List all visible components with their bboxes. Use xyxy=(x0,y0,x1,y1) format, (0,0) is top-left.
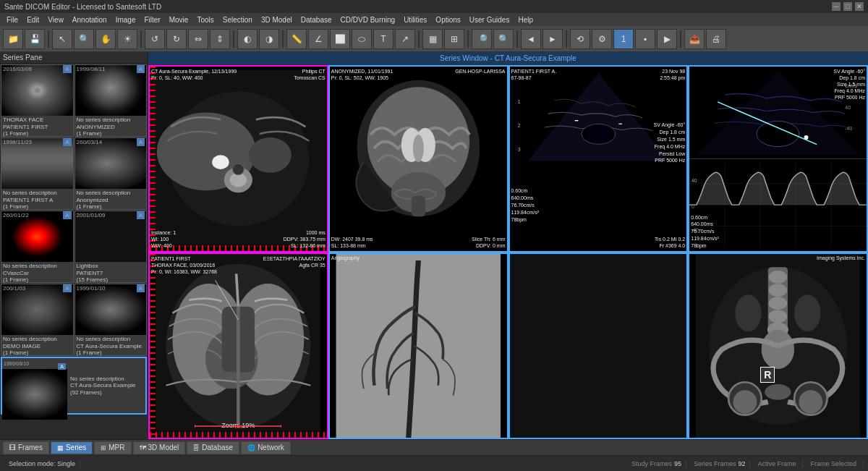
angle-button[interactable]: ∠ xyxy=(308,29,328,49)
settings-button[interactable]: ⚙ xyxy=(592,29,612,49)
network-icon: 🌐 xyxy=(247,444,255,451)
image-cell-brain-mri[interactable]: ANONYMIZED, 11/01/1991Pr: 0, SL: 502, WW… xyxy=(328,65,509,253)
layout-1x1-button[interactable]: 1 xyxy=(613,29,634,49)
rotate-right-button[interactable]: ↻ xyxy=(166,29,187,49)
image-cell-patient-info[interactable]: 1 2 3 PATIENT1 FIRST A.67-98-87 xyxy=(509,65,689,253)
image-cell-pelvis[interactable]: Imaging Systems Inc. R xyxy=(688,253,868,440)
menu-annotation[interactable]: Annotation xyxy=(69,15,111,25)
series-date-6: 200/1/03 xyxy=(3,285,25,292)
series-item-0[interactable]: 2016/03/09 A THORAX FACE PATIENT1 FIRST … xyxy=(1,64,74,137)
menu-movie[interactable]: Movie xyxy=(166,15,192,25)
series-info-0: THORAX FACE PATIENT1 FIRST (1 Frame) xyxy=(1,116,73,138)
rotate-left-button[interactable]: ↺ xyxy=(145,29,165,49)
layout-2x2-button[interactable]: ▪ xyxy=(635,29,655,49)
series-frames-val: 92 xyxy=(738,460,745,467)
svg-point-72 xyxy=(733,390,757,414)
svg-point-67 xyxy=(769,310,787,323)
close-button[interactable]: ✕ xyxy=(855,2,864,11)
open-button[interactable]: 📁 xyxy=(3,29,23,49)
series-item-8[interactable]: 1999/08/10 A No series description CT Au… xyxy=(1,357,147,415)
minimize-button[interactable]: ─ xyxy=(832,2,841,11)
navigation-back-button[interactable]: ◄ xyxy=(521,29,541,49)
maximize-button[interactable]: □ xyxy=(843,2,852,11)
series-index-7: A xyxy=(137,285,145,292)
toolbar-sep-5 xyxy=(418,30,420,48)
series-item-4[interactable]: 260/01/22 A xyxy=(1,211,74,283)
cursor-button[interactable]: ↖ xyxy=(52,29,72,49)
tab-frames[interactable]: 🎞 Frames xyxy=(3,441,49,454)
contrast-button[interactable]: ◑ xyxy=(259,29,279,49)
text-button[interactable]: T xyxy=(373,29,393,49)
tab-database-label: Database xyxy=(202,444,233,451)
menu-help[interactable]: Help xyxy=(514,15,537,25)
image-cell-angiography[interactable]: Angiography xyxy=(328,253,509,440)
svg-point-66 xyxy=(769,297,787,310)
navigation-forward-button[interactable]: ► xyxy=(542,29,563,49)
frame-selected-label: Frame Selected xyxy=(810,460,856,467)
window-level-button[interactable]: ☀ xyxy=(117,29,137,49)
arrow-button[interactable]: ↗ xyxy=(395,29,415,49)
toolbar-sep-8 xyxy=(566,30,567,48)
menu-3dmodel[interactable]: 3D Model xyxy=(258,15,296,25)
ellipse-button[interactable]: ⬭ xyxy=(352,29,372,49)
image-cell-chest-xray[interactable]: PATIENT1 FIRSTTHORAX FACE, 03/09/2016Pr:… xyxy=(148,253,328,440)
measure-button[interactable]: 📏 xyxy=(286,29,307,49)
series-item-3[interactable]: 260/03/14 A No series description Anonym… xyxy=(75,137,148,210)
print-button[interactable]: 🖨 xyxy=(706,29,726,49)
pan-button[interactable]: ✋ xyxy=(95,29,116,49)
tab-database[interactable]: 🗄 Database xyxy=(187,441,239,454)
series-pane: Series Pane 2016/03/09 A THORAX FACE PAT… xyxy=(0,52,148,439)
series-item-2[interactable]: 1998/11/23 A No series description PATIE… xyxy=(1,137,74,210)
series-item-6[interactable]: 200/1/03 A No series description DEMO IM… xyxy=(1,284,74,356)
grid-button[interactable]: ⊞ xyxy=(444,29,464,49)
menu-file[interactable]: File xyxy=(3,15,22,25)
reset-button[interactable]: ⟲ xyxy=(570,29,590,49)
series-frames-label: Series Frames xyxy=(694,460,736,467)
series-label-6: No series description xyxy=(3,336,72,343)
save-button[interactable]: 💾 xyxy=(25,29,45,49)
menu-tools[interactable]: Tools xyxy=(193,15,217,25)
svg-text:0: 0 xyxy=(692,204,694,209)
series-thumb-img-8 xyxy=(2,369,67,420)
cine-button[interactable]: ▶ xyxy=(657,29,677,49)
series-item-7[interactable]: 1999/01/10 A No series description CT Au… xyxy=(75,284,148,356)
menu-selection[interactable]: Selection xyxy=(219,15,256,25)
flip-h-button[interactable]: ⇔ xyxy=(188,29,208,49)
zoom-out-button[interactable]: 🔍 xyxy=(493,29,514,49)
series-item-5[interactable]: 2001/01/09 A Lightbox PATI xyxy=(75,211,148,283)
tab-3dmodel[interactable]: 🗺 3D Model xyxy=(133,441,186,454)
series-layout-button[interactable]: ▦ xyxy=(422,29,443,49)
toolbar-sep-7 xyxy=(516,30,518,48)
image-cell-ct-abdomen[interactable]: CT Aura-Secura Example, 12/13/1999Pr: 0,… xyxy=(148,65,328,253)
series-item-1[interactable]: 1999/08/11 A No series description ANONY… xyxy=(75,64,148,137)
series-thumb-0 xyxy=(1,65,73,116)
svg-point-75 xyxy=(736,294,762,331)
menu-view[interactable]: View xyxy=(44,15,67,25)
study-frames-label: Study Frames xyxy=(631,460,672,467)
menu-cddvd[interactable]: CD/DVD Burning xyxy=(337,15,399,25)
image-cell-empty[interactable] xyxy=(509,253,689,440)
series-label-5: Lightbox xyxy=(77,263,145,270)
brightness-button[interactable]: ◐ xyxy=(237,29,258,49)
series-info-3: No series description Anonymized (1 Fram… xyxy=(75,189,147,211)
export-button[interactable]: 📤 xyxy=(684,29,705,49)
tab-series[interactable]: ▦ Series xyxy=(51,441,93,454)
roi-button[interactable]: ⬜ xyxy=(330,29,350,49)
menu-filter[interactable]: Filter xyxy=(140,15,163,25)
tab-network[interactable]: 🌐 Network xyxy=(241,441,291,454)
menu-image[interactable]: Image xyxy=(112,15,140,25)
zoom-in-button[interactable]: 🔎 xyxy=(472,29,492,49)
menu-utilities[interactable]: Utilities xyxy=(400,15,430,25)
image-cell-ultrasound[interactable]: cm/s 40 -40 xyxy=(688,65,868,253)
series-frames-8: (92 Frames) xyxy=(70,389,136,396)
series-frames-2: (1 Frame) xyxy=(3,203,72,211)
zoom-button[interactable]: 🔍 xyxy=(74,29,94,49)
series-label-4: No series description xyxy=(3,263,72,270)
flip-v-button[interactable]: ⇕ xyxy=(210,29,230,49)
menu-options[interactable]: Options xyxy=(432,15,464,25)
menu-userguides[interactable]: User Guides xyxy=(466,15,514,25)
menu-edit[interactable]: Edit xyxy=(23,15,43,25)
tab-series-label: Series xyxy=(66,444,86,451)
menu-database[interactable]: Database xyxy=(297,15,336,25)
tab-mpr[interactable]: ⊞ MPR xyxy=(94,441,131,454)
